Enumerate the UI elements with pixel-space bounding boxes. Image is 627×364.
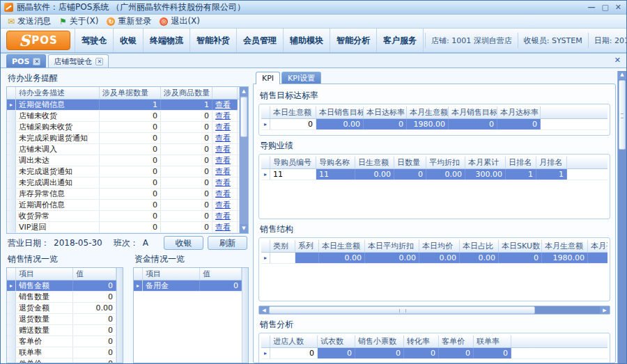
column-header[interactable]: 本日平均折扣 (365, 240, 419, 252)
table-row[interactable]: VIP退回00查看 (7, 222, 239, 233)
column-header[interactable]: 导购名称 (316, 157, 355, 168)
column-header[interactable]: 项目 (16, 268, 73, 280)
view-link[interactable]: 查看 (215, 189, 231, 198)
table-row[interactable]: ▸近期促销信息11查看 (7, 100, 239, 111)
column-header[interactable]: 涉及商品数量 (161, 87, 212, 99)
column-header[interactable]: 客单价 (439, 335, 474, 347)
column-header[interactable]: 本日生意额 (319, 240, 365, 252)
column-header[interactable]: 涉及单据数量 (100, 87, 161, 99)
sales-table-scrollbar[interactable] (116, 268, 123, 363)
column-header[interactable]: 项目 (143, 268, 200, 280)
column-header[interactable]: 日排名 (506, 157, 536, 168)
table-row[interactable]: 近期调价信息00查看 (7, 200, 239, 211)
table-row[interactable]: 件单价0 (7, 358, 116, 363)
column-header[interactable]: 月排名 (536, 157, 567, 168)
menu-relogin[interactable]: ↻ 重新登录 (104, 15, 155, 28)
table-row[interactable]: 调出未达00查看 (7, 155, 239, 166)
column-header[interactable]: 日数量 (394, 157, 426, 168)
column-header[interactable]: 本月平均折扣 (588, 240, 607, 252)
todo-table-scrollbar[interactable]: ▲ ▼ (239, 87, 248, 233)
column-header[interactable] (212, 87, 238, 99)
column-header[interactable]: 本月达标率 (497, 106, 541, 118)
column-header[interactable]: 平均折扣 (426, 157, 465, 168)
table-row[interactable]: ▸0.000.000.000.0001980.00 (261, 253, 607, 264)
column-header[interactable]: 本月生意额 (542, 240, 588, 252)
nav-button[interactable]: 智能分析 (330, 29, 377, 52)
scroll-up-icon[interactable]: ▲ (240, 87, 248, 96)
funds-table-scrollbar[interactable] (242, 268, 248, 363)
table-row[interactable]: ▸销售金额0 (7, 280, 116, 292)
column-header[interactable]: 值 (73, 268, 116, 280)
column-header[interactable]: 联单率 (474, 335, 511, 347)
nav-button[interactable]: 智能补货 (190, 29, 237, 52)
table-row[interactable]: 店铺采购未收货00查看 (7, 122, 239, 133)
scrollbar-thumb[interactable] (619, 80, 626, 150)
tabstrip-close-icon[interactable]: ✕ (614, 56, 621, 65)
table-row[interactable]: 未完成退货通知00查看 (7, 166, 239, 177)
table-row[interactable]: 店铺未收货00查看 (7, 111, 239, 122)
nav-button[interactable]: 客户服务 (377, 29, 424, 52)
menu-exit[interactable]: ◎ 退出(X) (157, 15, 204, 28)
view-link[interactable]: 查看 (215, 167, 231, 176)
column-header[interactable]: 待办业务描述 (16, 87, 100, 99)
tab-close-icon[interactable]: ✕ (95, 58, 103, 65)
view-link[interactable]: 查看 (215, 111, 231, 120)
column-header[interactable]: 本月累计 (465, 157, 506, 168)
table-row[interactable]: 客单价0 (7, 336, 116, 347)
tab-kpi[interactable]: KPI (256, 72, 280, 84)
maximize-button[interactable]: ▢ (601, 3, 608, 11)
spos-logo[interactable]: S POS (6, 31, 70, 50)
column-header[interactable]: 值 (200, 268, 242, 280)
scroll-right-icon[interactable]: ▶ (600, 306, 610, 314)
column-header[interactable]: 销售小票数 (355, 335, 404, 347)
column-header[interactable]: 试衣数 (318, 335, 355, 347)
table-row[interactable]: ▸000000 (261, 348, 607, 359)
nav-button[interactable]: 辅助模块 (284, 29, 330, 52)
column-header[interactable]: 本日均价 (419, 240, 460, 252)
column-header[interactable]: 本月生意额 (407, 106, 449, 118)
horizontal-scrollbar[interactable]: ◀ ▶ (258, 306, 610, 315)
tab-store-cockpit[interactable]: 店铺驾驶仓 ✕ (48, 54, 109, 68)
table-row[interactable]: ▸00.0001980.0000 (261, 119, 607, 130)
nav-button[interactable]: 驾驶仓 (75, 29, 114, 52)
column-header[interactable]: 转化率 (404, 335, 439, 347)
column-header[interactable]: 本日生意额 (270, 106, 316, 118)
scrollbar-thumb[interactable] (269, 306, 535, 314)
menu-about[interactable]: ⚑ 关于(X) (56, 15, 102, 28)
table-row[interactable]: 未完成采购退货通知00查看 (7, 133, 239, 144)
column-header[interactable]: 类别 (270, 240, 295, 252)
cashier-button[interactable]: 收银 (164, 236, 203, 250)
table-row[interactable]: 库存异常信息00查看 (7, 189, 239, 200)
view-link[interactable]: 查看 (215, 212, 231, 221)
table-row[interactable]: 店铺未调入00查看 (7, 144, 239, 155)
table-row[interactable]: 收货异常00查看 (7, 211, 239, 222)
nav-button[interactable]: 终端物流 (144, 29, 190, 52)
refresh-button[interactable]: 刷新 (208, 236, 247, 250)
view-link[interactable]: 查看 (215, 134, 231, 143)
view-link[interactable]: 查看 (215, 200, 231, 209)
tab-pos[interactable]: POS ✕ (6, 54, 46, 68)
view-link[interactable]: 查看 (215, 145, 231, 154)
table-row[interactable]: ▸备用金0 (134, 280, 242, 292)
tab-kpi-settings[interactable]: KPI设置 (281, 72, 321, 84)
view-link[interactable]: 查看 (215, 122, 231, 132)
view-link[interactable]: 查看 (215, 156, 231, 165)
column-header[interactable]: 本月销售目标 (449, 106, 497, 118)
table-row[interactable]: 联单率0 (7, 347, 116, 358)
scrollbar-thumb[interactable] (240, 97, 247, 137)
table-row[interactable]: 退货金额0.00 (7, 303, 116, 314)
minimize-button[interactable]: — (587, 3, 595, 11)
column-header[interactable]: 系列 (295, 240, 319, 252)
tab-close-icon[interactable]: ✕ (33, 58, 40, 65)
column-header[interactable]: 进店人数 (270, 335, 318, 347)
view-link[interactable]: 查看 (215, 223, 231, 232)
menu-send-message[interactable]: ✉ 发送消息 (5, 15, 55, 28)
table-row[interactable]: 退货数量0 (7, 314, 116, 325)
table-row[interactable]: 未完成调出通知00查看 (7, 177, 239, 189)
scroll-left-icon[interactable]: ◀ (259, 306, 269, 314)
table-row[interactable]: ▸11110.0000.00300.0011 (261, 169, 607, 180)
column-header[interactable]: 日生意额 (355, 157, 394, 168)
table-row[interactable]: 赠送数量0 (7, 325, 116, 336)
view-link[interactable]: 查看 (215, 178, 231, 187)
column-header[interactable]: 本日SKU数 (499, 240, 542, 252)
